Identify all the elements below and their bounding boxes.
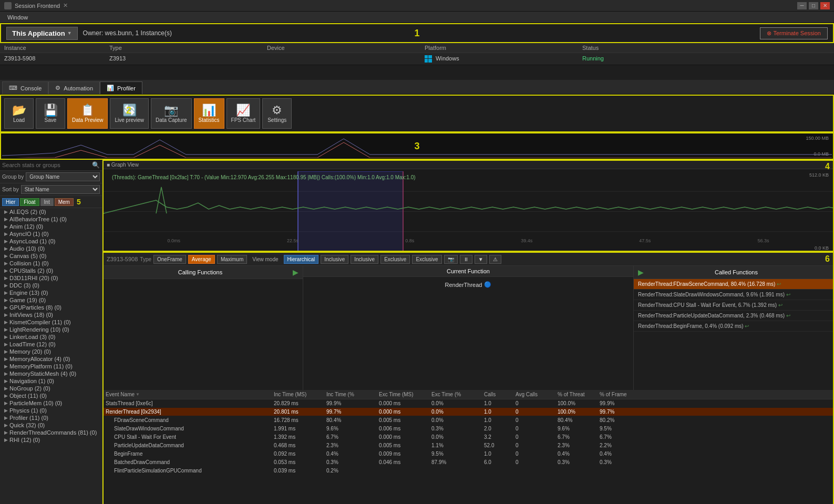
inclusive-button-1[interactable]: Inclusive: [321, 255, 348, 264]
inclusive-button-2[interactable]: Inclusive: [351, 255, 378, 264]
col-calls[interactable]: Calls: [482, 392, 513, 397]
col-inc-time-pct[interactable]: Inc Time (%: [324, 392, 377, 397]
menu-item-window[interactable]: Window: [3, 13, 32, 22]
title-bar-close-tab[interactable]: ✕: [63, 2, 68, 9]
col-pct-thread[interactable]: % of Threat: [555, 392, 598, 397]
tree-item[interactable]: ▶RHI (12) (0): [0, 436, 102, 444]
tree-item[interactable]: ▶ParticleMem (10) (0): [0, 399, 102, 407]
tree-item[interactable]: ▶GPUParticles (8) (0): [0, 304, 102, 311]
tree-item[interactable]: ▶AI.EQS (2) (0): [0, 208, 102, 215]
alert-button[interactable]: ⚠: [489, 255, 501, 264]
one-frame-button[interactable]: OneFrame: [153, 255, 186, 264]
col-exc-time-pct[interactable]: Exc Time (%: [429, 392, 482, 397]
tree-item[interactable]: ▶LinkerLoad (3) (0): [0, 333, 102, 341]
filter-mem-button[interactable]: Mem: [55, 198, 74, 206]
stats-row[interactable]: CPU Stall - Wait For Event 1.392 ms 6.7%…: [104, 433, 833, 441]
tree-item[interactable]: ▶AsyncIO (1) (0): [0, 230, 102, 238]
graph-canvas[interactable]: 512.0 KB (Threads): GameThread [0x2fac] …: [104, 171, 833, 252]
stats-row[interactable]: RenderThread [0x2934] 20.801 ms 99.7% 0.…: [104, 408, 833, 416]
down-button[interactable]: ▼: [475, 255, 487, 264]
tree-item[interactable]: ▶InitViews (18) (0): [0, 311, 102, 318]
app-dropdown-button[interactable]: This Application ▼: [6, 27, 78, 40]
called-func-item[interactable]: RenderThread:SlateDrawWindowsCommand, 9.…: [634, 290, 833, 300]
load-button[interactable]: 📂 Load: [4, 98, 34, 129]
col-event-name[interactable]: Event Name ▼: [104, 392, 272, 397]
stats-row[interactable]: FlintParticleSimulationGPUCommand 0.039 …: [104, 467, 833, 475]
exclusive-button-1[interactable]: Exclusive: [380, 255, 410, 264]
exclusive-button-2[interactable]: Exclusive: [412, 255, 441, 264]
col-pct-frame[interactable]: % of Frame: [598, 392, 640, 397]
called-func-item[interactable]: RenderThread:ParticleUpdateDataCommand, …: [634, 311, 833, 321]
tree-item[interactable]: ▶MemoryStaticMesh (4) (0): [0, 370, 102, 377]
save-button[interactable]: 💾 Save: [36, 98, 65, 129]
tree-item[interactable]: ▶AsyncLoad (1) (0): [0, 238, 102, 245]
data-preview-button[interactable]: 📋 Data Preview: [67, 98, 108, 129]
pause-button[interactable]: ⏸: [460, 255, 472, 264]
col-inc-time-ms[interactable]: Inc Time (MS): [272, 392, 324, 397]
called-nav-arrow[interactable]: ▶: [638, 268, 644, 276]
filter-int-button[interactable]: Int: [40, 198, 54, 206]
terminate-session-button[interactable]: ⊗ Terminate Session: [760, 27, 828, 39]
tree-item[interactable]: ▶LoadTime (12) (0): [0, 341, 102, 348]
minimize-button[interactable]: ─: [797, 2, 807, 9]
tree-arrow: ▶: [4, 239, 9, 244]
stats-row[interactable]: FDrawSceneCommand 16.728 ms 80.4% 0.005 …: [104, 416, 833, 425]
stats-row[interactable]: StatsThread [0xe6c] 20.829 ms 99.9% 0.00…: [104, 399, 833, 408]
tree-item[interactable]: ▶Anim (12) (0): [0, 223, 102, 230]
tree-item[interactable]: ▶LightRendering (10) (0): [0, 326, 102, 333]
group-by-select[interactable]: Group Name: [26, 172, 100, 181]
stats-row[interactable]: SlateDrawWindowsCommand 1.991 ms 9.6% 0.…: [104, 425, 833, 433]
app-dropdown-label: This Application: [12, 29, 65, 37]
close-button[interactable]: ✕: [820, 2, 830, 9]
fps-chart-button[interactable]: 📈 FPS Chart: [226, 98, 261, 129]
tree-item[interactable]: ▶Game (19) (0): [0, 296, 102, 304]
called-func-item[interactable]: RenderThread:FDrawSceneCommand, 80.4% (1…: [634, 279, 833, 290]
tree-item[interactable]: ▶Object (11) (0): [0, 392, 102, 399]
tree-item[interactable]: ▶Quick (32) (0): [0, 421, 102, 429]
search-icon[interactable]: 🔍: [92, 161, 100, 169]
sort-by-select[interactable]: Stat Name: [21, 185, 100, 194]
tree-item[interactable]: ▶RenderThreadCommands (81) (0): [0, 429, 102, 436]
tree-item[interactable]: ▶Audio (10) (0): [0, 245, 102, 252]
tab-profiler[interactable]: 📊 Profiler: [100, 81, 142, 94]
col-avg-calls[interactable]: Avg Calls: [513, 392, 555, 397]
filter-float-button[interactable]: Float: [20, 198, 39, 206]
tree-item[interactable]: ▶MemoryPlatform (11) (0): [0, 363, 102, 370]
calling-nav-arrow[interactable]: ▶: [293, 268, 298, 276]
tree-item[interactable]: ▶MemoryAllocator (4) (0): [0, 355, 102, 363]
tree-item[interactable]: ▶CPUStalls (2) (0): [0, 267, 102, 274]
tree-item[interactable]: ▶AIBehaviorTree (1) (0): [0, 215, 102, 223]
average-button[interactable]: Average: [188, 255, 215, 264]
tree-item[interactable]: ▶Navigation (1) (0): [0, 377, 102, 385]
filter-hier-button[interactable]: Hier: [2, 198, 19, 206]
called-func-item[interactable]: RenderThread:BeginFrame, 0.4% (0.092 ms)…: [634, 321, 833, 332]
maximum-button[interactable]: Maximum: [217, 255, 247, 264]
settings-button[interactable]: ⚙ Settings: [262, 98, 292, 129]
col-exc-time-ms[interactable]: Exc Time (MS): [377, 392, 429, 397]
maximize-button[interactable]: □: [809, 2, 818, 9]
save-label: Save: [45, 117, 57, 123]
search-input[interactable]: [2, 162, 90, 168]
camera-button[interactable]: 📷: [444, 255, 458, 264]
hierarchical-button[interactable]: Hierarchical: [284, 255, 319, 264]
tab-automation[interactable]: ⚙ Automation: [48, 81, 100, 94]
tree-item[interactable]: ▶KismetCompiler (11) (0): [0, 318, 102, 326]
tree-item[interactable]: ▶D3D11RHI (20) (0): [0, 274, 102, 282]
stats-row[interactable]: ParticleUpdateDataCommand 0.468 ms 2.3% …: [104, 441, 833, 450]
tree-item[interactable]: ▶Canvas (5) (0): [0, 252, 102, 260]
tree-item[interactable]: ▶Collision (1) (0): [0, 260, 102, 267]
tree-item[interactable]: ▶Memory (20) (0): [0, 348, 102, 355]
tree-item[interactable]: ▶Engine (13) (0): [0, 289, 102, 296]
tree-item[interactable]: ▶Physics (1) (0): [0, 407, 102, 414]
statistics-button[interactable]: 📊 Statistics: [194, 98, 224, 129]
tree-item[interactable]: ▶NoGroup (2) (0): [0, 385, 102, 392]
stats-row[interactable]: BatchedDrawCommand 0.053 ms 0.3% 0.046 m…: [104, 458, 833, 467]
tab-console[interactable]: ⌨ Console: [2, 81, 48, 94]
live-preview-button[interactable]: 🔄 Live preview: [110, 98, 149, 129]
data-capture-button[interactable]: 📷 Data Capture: [151, 98, 191, 129]
called-func-item[interactable]: RenderThread:CPU Stall - Wait For Event,…: [634, 300, 833, 311]
instance-row[interactable]: Z3913-5908 Z3913 Windows Running: [0, 53, 834, 65]
tree-item[interactable]: ▶DDC (3) (0): [0, 282, 102, 289]
stats-row[interactable]: BeginFrame 0.092 ms 0.4% 0.009 ms 9.5% 1…: [104, 450, 833, 458]
tree-item[interactable]: ▶Profiler (11) (0): [0, 414, 102, 421]
